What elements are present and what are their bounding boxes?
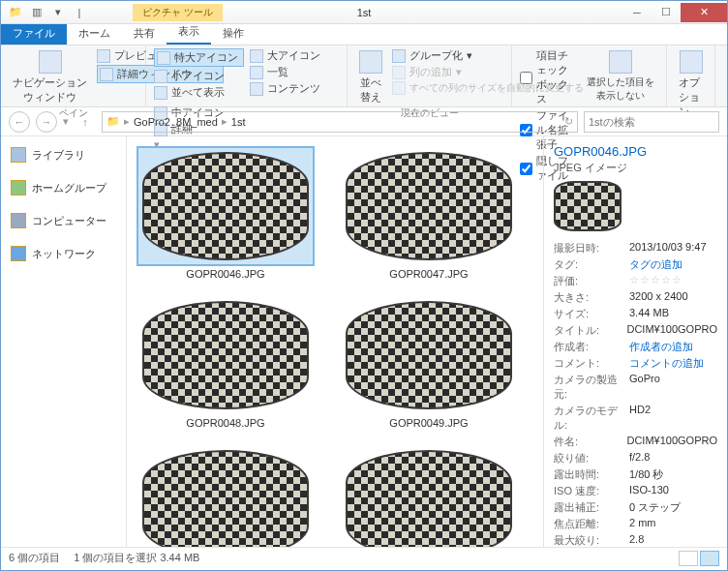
details-key: 件名:	[554, 435, 626, 449]
nav-computer[interactable]: コンピューター	[5, 210, 122, 231]
breadcrumb[interactable]: 📁 ▸ GoPro2_8M_med ▸ 1st ↻	[102, 111, 578, 133]
details-value: DCIM¥100GOPRO	[626, 323, 717, 338]
titlebar: 📁 ▥ ▾ | ピクチャ ツール 1st ─ ☐ ✕	[1, 1, 727, 24]
breadcrumb-segment[interactable]: GoPro2_8M_med	[134, 116, 218, 128]
view-content[interactable]: コンテンツ	[250, 81, 340, 96]
folder-icon: 📁	[106, 115, 120, 128]
details-key: タイトル:	[554, 323, 626, 338]
details-row: 撮影日時:2013/10/03 9:47	[554, 241, 717, 255]
back-button[interactable]: ←	[9, 111, 30, 133]
refresh-icon[interactable]: ↻	[564, 115, 573, 128]
nav-network[interactable]: ネットワーク	[5, 243, 122, 264]
details-value: ☆☆☆☆☆	[629, 274, 717, 288]
details-row: 件名:DCIM¥100GOPRO	[554, 435, 717, 449]
file-name: GOPR0049.JPG	[389, 417, 468, 429]
view-tiles[interactable]: 並べて表示	[154, 85, 244, 100]
view-s-icons[interactable]: 小アイコン	[154, 69, 244, 83]
details-row: 作成者:作成者の追加	[554, 340, 717, 354]
details-row: 露出補正:0 ステップ	[554, 500, 717, 515]
up-button[interactable]: ↑	[75, 111, 96, 133]
qat-sep: |	[71, 4, 88, 21]
file-name: GOPR0046.JPG	[186, 268, 264, 280]
context-tab-picture-tools: ピクチャ ツール	[133, 4, 223, 21]
tab-share[interactable]: 共有	[122, 22, 167, 45]
details-row: 最大絞り:2.8	[554, 533, 717, 547]
details-key: カメラのモデル:	[554, 404, 629, 433]
details-value[interactable]: コメントの追加	[629, 356, 717, 371]
details-row: サイズ:3.44 MB	[554, 307, 717, 321]
properties-icon[interactable]: ▥	[28, 4, 46, 21]
details-value[interactable]: 作成者の追加	[629, 340, 717, 354]
file-thumbnail[interactable]: GOPR0047.JPG	[342, 148, 516, 280]
details-row: 絞り値:f/2.8	[554, 451, 717, 466]
details-value: GoPro	[629, 373, 717, 402]
details-row: カメラの製造元:GoPro	[554, 373, 717, 402]
details-value: 2013/10/03 9:47	[629, 241, 717, 255]
nav-homegroup[interactable]: ホームグループ	[5, 177, 122, 198]
tab-home[interactable]: ホーム	[67, 22, 122, 45]
search-input[interactable]	[584, 111, 719, 133]
qat-dropdown-icon[interactable]: ▾	[49, 4, 67, 21]
details-row: タグ:タグの追加	[554, 257, 717, 272]
ribbon: ナビゲーション ウィンドウ プレビュー ウィンドウ 詳細ウィンドウ ペイン 特大…	[1, 45, 727, 107]
file-thumbnail[interactable]: GOPR0049.JPG	[342, 297, 516, 429]
details-pane: GOPR0046.JPG JPEG イメージ 撮影日時:2013/10/03 9…	[543, 136, 727, 547]
details-value: 2 mm	[629, 517, 717, 531]
status-bar: 6 個の項目 1 個の項目を選択 3.44 MB	[1, 547, 727, 568]
breadcrumb-segment[interactable]: 1st	[231, 116, 246, 128]
details-row: 焦点距離:2 mm	[554, 517, 717, 531]
details-value: 1/80 秒	[629, 467, 717, 482]
hide-selected-button[interactable]: 選択した項目を 表示しない	[583, 48, 658, 105]
details-key: 露出補正:	[554, 500, 629, 515]
nav-tree: ライブラリ ホームグループ コンピューター ネットワーク	[1, 136, 127, 547]
view-thumbnails-button[interactable]	[700, 551, 719, 566]
view-l-icons[interactable]: 大アイコン	[250, 48, 340, 63]
view-xl-icons[interactable]: 特大アイコン	[154, 48, 244, 67]
details-value: DCIM¥100GOPRO	[626, 435, 717, 449]
details-value: 0 ステップ	[629, 500, 717, 515]
status-count: 6 個の項目	[9, 551, 60, 565]
details-key: 絞り値:	[554, 451, 629, 466]
details-key: カメラの製造元:	[554, 373, 629, 402]
details-value[interactable]: タグの追加	[629, 257, 717, 272]
folder-icon: 📁	[7, 4, 24, 21]
status-selection: 1 個の項目を選択 3.44 MB	[74, 551, 199, 565]
maximize-button[interactable]: ☐	[652, 3, 681, 22]
details-thumbnail	[554, 181, 622, 231]
window-title: 1st	[357, 7, 372, 18]
details-row: 露出時間:1/80 秒	[554, 467, 717, 482]
details-row: ISO 速度:ISO-130	[554, 484, 717, 498]
details-row: 評価:☆☆☆☆☆	[554, 274, 717, 288]
file-pane[interactable]: GOPR0046.JPGGOPR0047.JPGGOPR0048.JPGGOPR…	[127, 136, 543, 547]
details-value: HD2	[629, 404, 717, 433]
minimize-button[interactable]: ─	[622, 3, 652, 22]
file-name: GOPR0047.JPG	[389, 268, 468, 280]
nav-pane-button[interactable]: ナビゲーション ウィンドウ	[9, 48, 91, 106]
close-button[interactable]: ✕	[681, 3, 727, 22]
details-key: 評価:	[554, 274, 629, 288]
details-value: 3200 x 2400	[629, 290, 717, 305]
nav-libraries[interactable]: ライブラリ	[5, 144, 122, 165]
file-thumbnail[interactable]: GOPR0046.JPG	[138, 148, 313, 280]
forward-button[interactable]: →	[36, 111, 57, 133]
sort-button[interactable]: 並べ 替え	[355, 48, 386, 106]
details-key: タグ:	[554, 257, 629, 272]
file-name: GOPR0048.JPG	[186, 417, 264, 429]
file-thumbnail[interactable]: GOPR0051.JPG	[342, 446, 516, 547]
tab-manage[interactable]: 操作	[211, 22, 256, 45]
file-thumbnail[interactable]: GOPR0050.JPG	[138, 446, 313, 547]
details-row: 大きさ:3200 x 2400	[554, 290, 717, 305]
details-row: コメント:コメントの追加	[554, 356, 717, 371]
details-key: 撮影日時:	[554, 241, 629, 255]
file-thumbnail[interactable]: GOPR0048.JPG	[138, 297, 313, 429]
view-list[interactable]: 一覧	[250, 65, 340, 79]
details-value: 3.44 MB	[629, 307, 717, 321]
details-key: 大きさ:	[554, 290, 629, 305]
tab-file[interactable]: ファイル	[1, 22, 67, 45]
checkbox-item-checkboxes[interactable]: 項目チェック ボックス	[520, 48, 577, 106]
details-value: 2.8	[629, 533, 717, 547]
details-key: 最大絞り:	[554, 533, 629, 547]
recent-dropdown-icon[interactable]: ▾	[63, 115, 69, 128]
details-value: ISO-130	[629, 484, 717, 498]
view-details-button[interactable]	[679, 551, 698, 566]
